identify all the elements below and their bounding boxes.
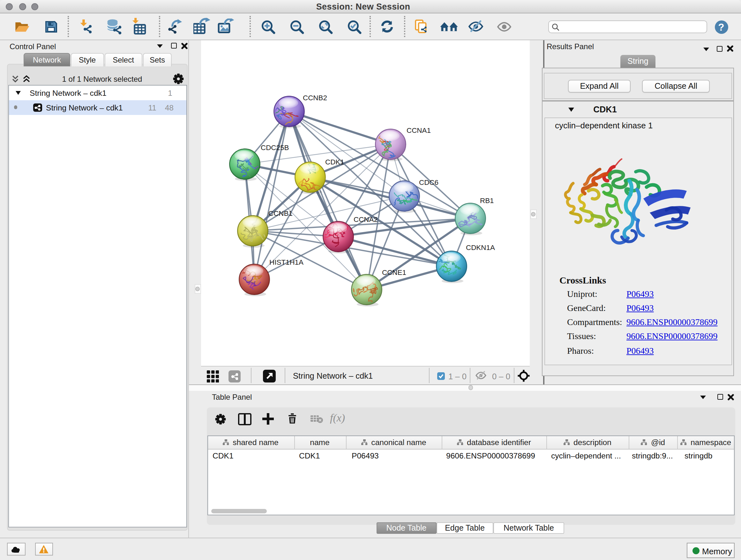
svg-text:CDC6: CDC6 bbox=[419, 178, 438, 186]
svg-text:HIST1H1A: HIST1H1A bbox=[269, 258, 303, 266]
svg-text:CCNB2: CCNB2 bbox=[302, 94, 327, 102]
svg-text:CCNE1: CCNE1 bbox=[382, 268, 406, 276]
svg-text:CDC25B: CDC25B bbox=[260, 143, 288, 151]
svg-text:CDKN1A: CDKN1A bbox=[466, 243, 495, 251]
svg-text:CCNA1: CCNA1 bbox=[406, 126, 430, 134]
svg-text:CCNB1: CCNB1 bbox=[268, 209, 292, 217]
svg-text:CDK1: CDK1 bbox=[325, 158, 344, 166]
svg-text:RB1: RB1 bbox=[480, 196, 494, 204]
svg-text:CCNA2: CCNA2 bbox=[353, 215, 378, 223]
